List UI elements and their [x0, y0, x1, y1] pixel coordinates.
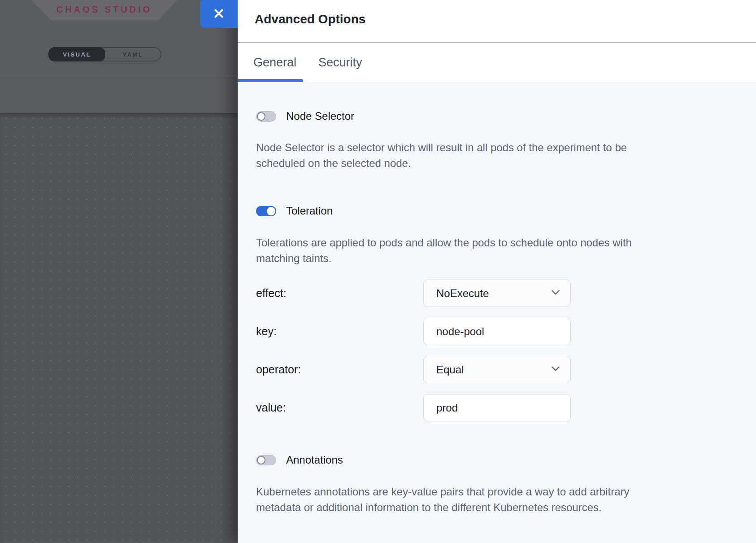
chevron-down-icon — [550, 363, 561, 377]
chevron-down-icon — [550, 286, 561, 301]
annotations-description: Kubernetes annotations are key-value pai… — [256, 484, 686, 515]
node-selector-label: Node Selector — [286, 110, 354, 123]
toleration-toggle[interactable] — [256, 206, 276, 216]
effect-select[interactable]: NoExecute — [423, 280, 571, 307]
drawer-title: Advanced Options — [255, 12, 756, 26]
yaml-tab[interactable]: YAML — [105, 48, 161, 61]
value-input[interactable] — [423, 394, 571, 421]
chaos-studio-canvas-dimmed: CHAOS STUDIO VISUAL YAML — [0, 0, 238, 543]
close-icon — [213, 8, 225, 21]
drawer-header: Advanced Options — [238, 0, 756, 43]
annotations-toggle[interactable] — [256, 455, 276, 465]
toleration-label: Toleration — [286, 205, 333, 217]
node-selector-toggle[interactable] — [256, 111, 276, 122]
canvas-toolbar — [0, 76, 238, 113]
visual-tab[interactable]: VISUAL — [48, 47, 105, 61]
annotations-row: Annotations — [256, 454, 738, 466]
annotations-label: Annotations — [286, 454, 343, 466]
drawer-tabs: General Security — [238, 43, 756, 82]
value-label: value: — [256, 401, 423, 414]
advanced-options-drawer: Advanced Options General Security Node S… — [238, 0, 756, 543]
node-selector-row: Node Selector — [256, 110, 738, 123]
toleration-description: Tolerations are applied to pods and allo… — [256, 235, 686, 266]
operator-label: operator: — [256, 363, 423, 376]
toggle-knob — [267, 207, 275, 215]
tab-general[interactable]: General — [238, 43, 303, 82]
toggle-knob — [257, 456, 265, 464]
close-drawer-button[interactable] — [200, 0, 238, 28]
operator-select[interactable]: Equal — [423, 356, 571, 383]
node-selector-description: Node Selector is a selector which will r… — [256, 140, 686, 171]
toggle-knob — [257, 112, 265, 121]
tab-security[interactable]: Security — [318, 43, 362, 82]
toleration-form: effect: NoExecute key: operator: Equal — [256, 280, 738, 421]
drawer-content: Node Selector Node Selector is a selecto… — [238, 82, 756, 543]
key-input[interactable] — [423, 318, 571, 345]
visual-yaml-toggle: VISUAL YAML — [48, 47, 161, 61]
toleration-row: Toleration — [256, 205, 738, 217]
brand-banner: CHAOS STUDIO — [31, 0, 177, 21]
effect-label: effect: — [256, 287, 423, 300]
key-label: key: — [256, 325, 423, 338]
brand-title: CHAOS STUDIO — [56, 4, 152, 17]
dotted-canvas — [0, 113, 238, 543]
